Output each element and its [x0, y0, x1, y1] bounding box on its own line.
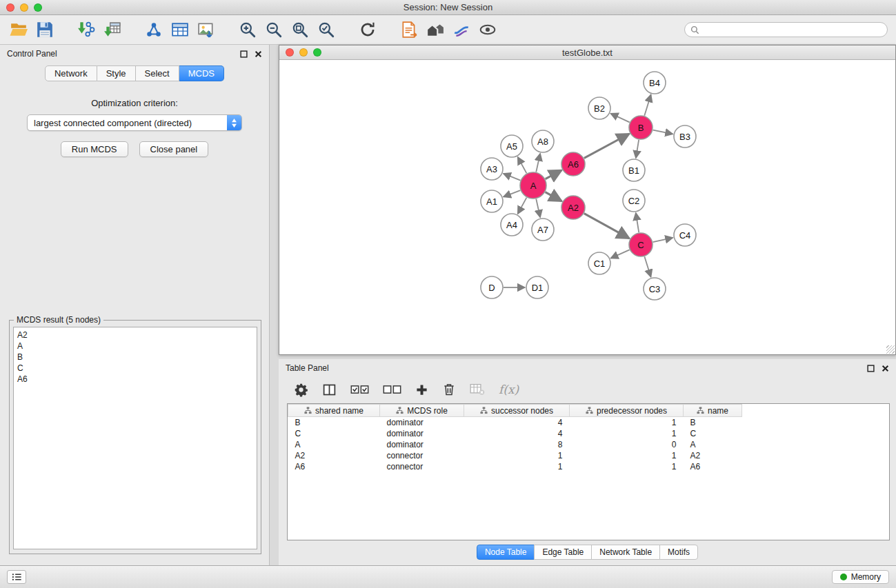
table-cell[interactable]: 1 [570, 461, 684, 472]
zoom-window-icon[interactable] [34, 3, 42, 12]
close-table-panel-icon[interactable] [882, 365, 889, 372]
tab-style[interactable]: Style [97, 65, 136, 81]
graph-node-A2[interactable]: A2 [561, 196, 585, 219]
graph-node-B[interactable]: B [629, 116, 653, 139]
task-history-icon[interactable] [7, 570, 26, 584]
graph-edge-C-C3[interactable] [644, 256, 650, 277]
zoom-fit-icon[interactable] [290, 19, 310, 40]
table-row[interactable]: A2connector11A2 [288, 450, 742, 461]
graph-edge-A-A2[interactable] [546, 192, 562, 201]
tab-node-table[interactable]: Node Table [477, 545, 535, 560]
table-cell[interactable]: connector [380, 450, 464, 461]
graph-node-A3[interactable]: A3 [481, 158, 503, 180]
close-panel-icon[interactable] [255, 50, 262, 58]
split-table-icon[interactable] [322, 381, 337, 398]
graph-node-D[interactable]: D [481, 276, 503, 298]
tab-mcds[interactable]: MCDS [179, 65, 224, 81]
show-hide-icon[interactable] [477, 19, 498, 40]
zoom-in-icon[interactable] [237, 19, 258, 40]
report-icon[interactable] [399, 19, 419, 40]
resize-grip[interactable] [886, 345, 895, 354]
mcds-result-item[interactable]: A [17, 341, 253, 352]
graph-edge-A-A8[interactable] [536, 154, 540, 172]
mcds-result-list[interactable]: A2ABCA6 [13, 327, 257, 549]
function-builder-icon[interactable]: f(x) [499, 381, 519, 398]
graph-edge-B-B2[interactable] [610, 114, 629, 123]
table-row[interactable]: A6connector11A6 [288, 461, 742, 472]
add-column-icon[interactable] [415, 381, 428, 398]
table-cell[interactable]: 4 [464, 417, 570, 428]
select-all-icon[interactable] [350, 381, 369, 398]
table-cell[interactable]: A6 [684, 461, 742, 472]
export-image-icon[interactable] [196, 19, 217, 40]
graph-edge-A-A6[interactable] [546, 170, 562, 179]
table-cell[interactable]: connector [380, 461, 464, 472]
network-canvas[interactable]: B4B2BB3A8A5A6B1A3AC2A1A2A4A7C4CC1C3DD1 [279, 60, 895, 354]
close-window-icon[interactable] [6, 3, 14, 12]
graph-node-B1[interactable]: B1 [623, 159, 645, 181]
graph-node-B2[interactable]: B2 [588, 97, 610, 119]
graph-edge-A-A3[interactable] [504, 174, 521, 181]
table-cell[interactable]: 1 [570, 450, 684, 461]
float-panel-icon[interactable] [240, 50, 248, 58]
table-cell[interactable]: C [684, 428, 742, 439]
table-cell[interactable]: 1 [464, 461, 570, 472]
tab-motifs[interactable]: Motifs [659, 545, 698, 560]
graph-edge-A-A1[interactable] [504, 190, 521, 196]
graph-node-A8[interactable]: A8 [532, 130, 554, 152]
table-cell[interactable]: C [288, 428, 380, 439]
graph-edge-C-C4[interactable] [653, 238, 673, 242]
open-session-icon[interactable] [8, 19, 29, 40]
optimization-criterion-select[interactable]: largest connected component (directed) [27, 114, 242, 131]
graph-edge-C-C1[interactable] [610, 250, 629, 258]
column-header-shared-name[interactable]: shared name [288, 405, 380, 417]
table-row[interactable]: Bdominator41B [288, 417, 742, 428]
table-cell[interactable]: A6 [288, 461, 380, 472]
graph-node-A5[interactable]: A5 [501, 135, 523, 157]
import-table-icon[interactable] [102, 19, 123, 40]
table-cell[interactable]: B [288, 417, 380, 428]
column-header-predecessor-nodes[interactable]: predecessor nodes [570, 405, 684, 417]
zoom-out-icon[interactable] [263, 19, 284, 40]
home-icon[interactable] [425, 19, 446, 40]
tab-network[interactable]: Network [45, 65, 97, 81]
table-cell[interactable]: 1 [464, 450, 570, 461]
deselect-all-icon[interactable] [383, 381, 401, 398]
network-graph[interactable]: B4B2BB3A8A5A6B1A3AC2A1A2A4A7C4CC1C3DD1 [279, 60, 895, 354]
table-cell[interactable]: dominator [380, 417, 464, 428]
table-cell[interactable]: A [288, 439, 380, 450]
graph-node-A6[interactable]: A6 [561, 152, 585, 176]
graph-node-C[interactable]: C [629, 233, 653, 256]
mcds-result-item[interactable]: B [17, 352, 253, 363]
close-network-icon[interactable] [286, 48, 294, 57]
graph-node-C1[interactable]: C1 [588, 252, 610, 274]
graph-node-C2[interactable]: C2 [623, 190, 645, 212]
layout-refresh-icon[interactable] [357, 19, 378, 40]
gear-icon[interactable] [294, 381, 308, 398]
mcds-result-item[interactable]: A2 [17, 330, 253, 341]
graph-node-A4[interactable]: A4 [501, 214, 523, 236]
memory-button[interactable]: Memory [832, 570, 889, 584]
graph-node-C4[interactable]: C4 [674, 224, 696, 246]
graph-edge-A-A7[interactable] [536, 199, 540, 218]
minimize-window-icon[interactable] [20, 3, 28, 12]
zoom-selected-icon[interactable] [316, 19, 337, 40]
table-cell[interactable]: B [684, 417, 742, 428]
table-cell[interactable]: A [684, 439, 742, 450]
table-row[interactable]: Adominator80A [288, 439, 742, 450]
float-table-panel-icon[interactable] [867, 365, 875, 372]
table-cell[interactable]: 8 [464, 439, 570, 450]
mcds-result-item[interactable]: C [17, 363, 253, 374]
graph-node-B3[interactable]: B3 [674, 125, 696, 148]
column-header-successor-nodes[interactable]: successor nodes [464, 405, 570, 417]
minimize-network-icon[interactable] [299, 48, 308, 57]
new-table-icon[interactable] [170, 19, 190, 40]
graph-edge-A-A4[interactable] [518, 198, 527, 214]
zoom-network-icon[interactable] [313, 48, 321, 57]
graph-node-C3[interactable]: C3 [644, 278, 666, 300]
graph-edge-C-C2[interactable] [636, 213, 639, 232]
graph-node-D1[interactable]: D1 [526, 276, 548, 298]
delete-column-icon[interactable] [442, 381, 456, 398]
mcds-result-item[interactable]: A6 [17, 374, 253, 385]
graph-edge-A6-B[interactable] [584, 134, 629, 158]
